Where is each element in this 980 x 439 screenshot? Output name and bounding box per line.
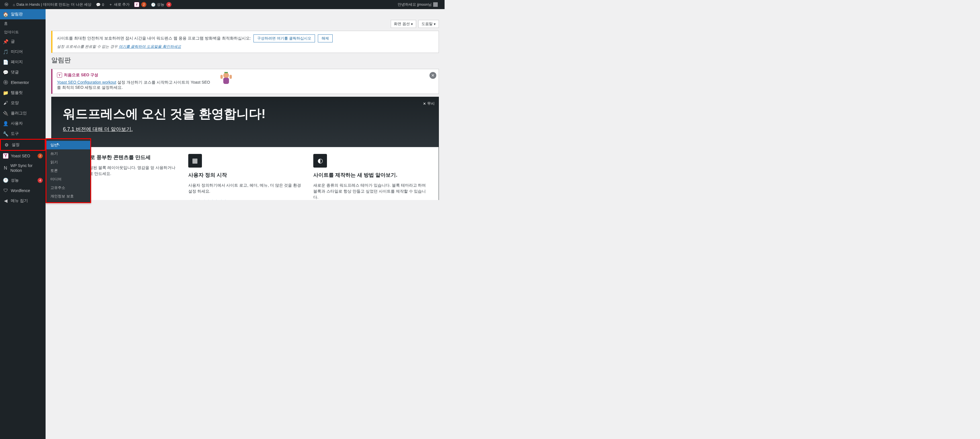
menu-users-label: 사용자 <box>11 121 23 126</box>
wf-dismiss-button[interactable]: 해제 <box>318 35 332 43</box>
svg-point-0 <box>223 73 229 78</box>
user-icon: 👤 <box>3 120 8 126</box>
menu-wpsync-label: WP Sync for Notion <box>11 163 43 173</box>
close-icon: ✕ <box>423 101 426 106</box>
wp-logo[interactable]: ⓦ <box>2 0 11 9</box>
screen-options-button[interactable]: 화면 옵션▾ <box>391 20 416 28</box>
avatar-icon <box>433 2 438 7</box>
welcome-panel: ✕무시 워드프레스에 오신 것을 환영합니다! 6.7.1 버전에 대해 더 알… <box>51 97 439 200</box>
menu-yoast-label: Yoast SEO <box>11 154 30 158</box>
yoast-menu-count: 2 <box>38 153 43 158</box>
menu-dashboard-label: 알림판 <box>11 12 23 17</box>
pin-icon: 📌 <box>3 39 8 44</box>
site-name[interactable]: ⌂Data in Hands | 데이터로 만드는 더 나은 세상 <box>11 0 94 9</box>
menu-wpsync[interactable]: NWP Sync for Notion <box>0 161 46 175</box>
menu-settings[interactable]: ⚙설정 <box>1 140 45 150</box>
menu-tools-label: 도구 <box>11 131 19 136</box>
yoast-notice-title: 처음으로 SEO 구성 <box>64 73 98 78</box>
brush-icon: 🖌 <box>3 100 8 106</box>
svg-rect-4 <box>229 75 232 79</box>
submenu-updates[interactable]: 업데이트 <box>0 28 46 36</box>
help-label: 도움말 <box>422 21 433 27</box>
page-title: 알림판 <box>51 56 439 65</box>
yoast-icon: Y <box>3 153 8 159</box>
yoast-adminbar[interactable]: Y2 <box>132 0 149 9</box>
yoast-notice: Y처음으로 SEO 구성 Yoast SEO Configuration wor… <box>51 69 439 94</box>
menu-pages[interactable]: 📄페이지 <box>0 57 46 67</box>
layout-icon: ▦ <box>188 154 202 168</box>
home-icon: ⌂ <box>13 3 15 7</box>
wf-sub-prefix: 설정 프로세스를 완료할 수 없는 경우 <box>57 44 119 49</box>
collapse-icon: ◀ <box>3 198 8 200</box>
submenu-reading[interactable]: 읽기 <box>46 158 90 166</box>
submenu-home[interactable]: 홈 <box>0 19 46 28</box>
comment-icon: 💬 <box>96 3 100 7</box>
welcome-heading: 워드프레스에 오신 것을 환영합니다! <box>63 106 427 122</box>
welcome-col3-text: 새로운 종류의 워드프레스 테마가 있습니다. 블록 테마라고 하며 블록과 스… <box>313 182 427 200</box>
welcome-col2-title: 사용자 정의 시작 <box>188 171 302 178</box>
submenu-media[interactable]: 미디어 <box>46 175 90 184</box>
wrench-icon: 🔧 <box>3 131 8 136</box>
submenu-permalinks[interactable]: 고유주소 <box>46 184 90 192</box>
plus-icon: ＋ <box>109 2 113 7</box>
menu-dashboard[interactable]: 🏠알림판 <box>0 9 46 19</box>
help-button[interactable]: 도움말▾ <box>418 20 439 28</box>
performance-adminbar[interactable]: 🕐성능4 <box>149 0 174 9</box>
elementor-icon: ⓔ <box>3 80 8 86</box>
site-title-text: Data in Hands | 데이터로 만드는 더 나은 세상 <box>16 2 91 7</box>
new-content[interactable]: ＋새로 추가 <box>107 0 132 9</box>
new-label: 새로 추가 <box>114 2 130 7</box>
admin-bar: ⓦ ⌂Data in Hands | 데이터로 만드는 더 나은 세상 💬0 ＋… <box>0 0 445 9</box>
yoast-count: 2 <box>141 2 146 7</box>
welccontraste-col-3: ◐ 사이트를 제작하는 새 방법 알아보기. 새로운 종류의 워드프레스 테마가… <box>313 154 427 200</box>
welcome-dismiss-link[interactable]: ✕무시 <box>423 101 434 106</box>
welcome-col3-title: 사이트를 제작하는 새 방법 알아보기. <box>313 171 427 178</box>
menu-performance[interactable]: 🕐성능4 <box>0 175 46 185</box>
menu-pages-label: 페이지 <box>11 59 23 65</box>
comments-count[interactable]: 💬0 <box>94 0 106 9</box>
svg-rect-2 <box>224 72 228 73</box>
menu-tools[interactable]: 🔧도구 <box>0 128 46 139</box>
chevron-down-icon: ▾ <box>411 22 413 26</box>
screen-options-label: 화면 옵션 <box>394 21 410 27</box>
person-illustration-icon <box>218 70 235 87</box>
menu-templates-label: 템플릿 <box>11 90 23 95</box>
menu-users[interactable]: 👤사용자 <box>0 118 46 128</box>
notion-icon: N <box>3 165 8 171</box>
welcome-learn-more-link[interactable]: 6.7.1 버전에 대해 더 알아보기. <box>63 126 133 132</box>
wf-configure-button[interactable]: 구성하려면 여기를 클릭하십시오 <box>253 35 315 43</box>
menu-wordfence[interactable]: 🛡Wordfence <box>0 185 46 196</box>
menu-comments[interactable]: 💬댓글 <box>0 67 46 78</box>
menu-settings-label: 설정 <box>12 142 20 147</box>
wf-help-link[interactable]: 여기를 클릭하여 도움말을 확인하세요 <box>119 44 181 49</box>
yoast-config-link[interactable]: Yoast SEO Configuration workout <box>57 80 116 84</box>
menu-elementor[interactable]: ⓔElementor <box>0 78 46 88</box>
welcome-dismiss-label: 무시 <box>427 101 434 106</box>
comment-icon: 💬 <box>3 70 8 75</box>
menu-yoast[interactable]: YYoast SEO2 <box>0 151 46 161</box>
yoast-dismiss-button[interactable]: ✕ <box>430 72 436 79</box>
menu-collapse[interactable]: ◀메뉴 접기 <box>0 196 46 200</box>
submenu-writing[interactable]: 쓰기 <box>46 149 90 158</box>
plug-icon: 🔌 <box>3 110 8 116</box>
my-account[interactable]: 안녕하세요 jjmoon님 <box>395 0 440 9</box>
menu-templates[interactable]: 📁템플릿 <box>0 88 46 98</box>
submenu-privacy[interactable]: 개인정보 보호 <box>46 192 90 200</box>
comments-count-value: 0 <box>102 3 104 7</box>
menu-appearance[interactable]: 🖌모양 <box>0 98 46 108</box>
welcome-col2-link[interactable]: 사용자 정의하기 열기 <box>188 199 226 200</box>
folder-icon: 📁 <box>3 90 8 96</box>
submenu-general[interactable]: 일반 <box>46 141 90 149</box>
yoast-icon: Y <box>134 2 139 7</box>
shield-icon: 🛡 <box>3 188 8 193</box>
menu-wordfence-label: Wordfence <box>11 189 30 193</box>
welcome-col2-text: 사용자 정의하기에서 사이트 로고, 헤더, 메뉴, 더 많은 것을 환경설정 … <box>188 182 302 194</box>
close-icon: ✕ <box>431 73 434 78</box>
menu-plugins[interactable]: 🔌플러그인 <box>0 108 46 118</box>
submenu-discussion[interactable]: 토론 <box>46 166 90 175</box>
wordpress-icon: ⓦ <box>5 2 8 7</box>
menu-media[interactable]: 🎵미디어 <box>0 47 46 57</box>
content-area: 화면 옵션▾ 도움말▾ 사이트를 최대한 안전하게 보호하려면 잠시 시간을 내… <box>46 18 445 200</box>
menu-comments-label: 댓글 <box>11 70 19 75</box>
menu-posts[interactable]: 📌글 <box>0 36 46 47</box>
